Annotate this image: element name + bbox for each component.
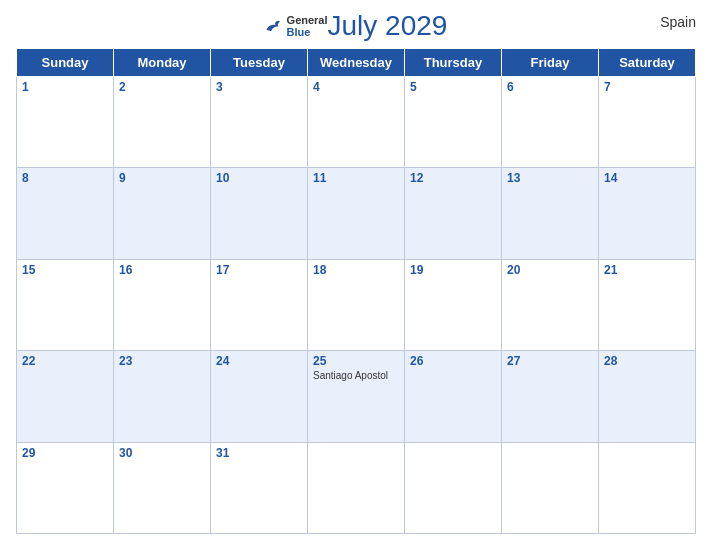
- day-number: 8: [22, 171, 108, 185]
- calendar-cell: [308, 442, 405, 533]
- event-label: Santiago Apostol: [313, 370, 399, 381]
- calendar-cell: 15: [17, 259, 114, 350]
- calendar-cell: 18: [308, 259, 405, 350]
- calendar-cell: [405, 442, 502, 533]
- calendar-cell: 26: [405, 351, 502, 442]
- calendar-cell: [502, 442, 599, 533]
- day-number: 11: [313, 171, 399, 185]
- logo-icon: [265, 19, 283, 33]
- calendar-container: General Blue July 2029 Spain SundayMonda…: [0, 0, 712, 550]
- weekday-header-tuesday: Tuesday: [211, 49, 308, 77]
- weekday-header-thursday: Thursday: [405, 49, 502, 77]
- country-label: Spain: [660, 14, 696, 30]
- calendar-cell: 1: [17, 77, 114, 168]
- calendar-cell: 2: [114, 77, 211, 168]
- calendar-cell: 6: [502, 77, 599, 168]
- day-number: 23: [119, 354, 205, 368]
- calendar-cell: 13: [502, 168, 599, 259]
- calendar-cell: 31: [211, 442, 308, 533]
- week-row: 1234567: [17, 77, 696, 168]
- calendar-title: July 2029: [328, 10, 448, 42]
- weekday-header-wednesday: Wednesday: [308, 49, 405, 77]
- day-number: 4: [313, 80, 399, 94]
- week-row: 15161718192021: [17, 259, 696, 350]
- day-number: 5: [410, 80, 496, 94]
- logo: General Blue: [265, 14, 328, 38]
- day-number: 10: [216, 171, 302, 185]
- week-row: 22232425Santiago Apostol262728: [17, 351, 696, 442]
- day-number: 15: [22, 263, 108, 277]
- calendar-cell: 19: [405, 259, 502, 350]
- day-number: 2: [119, 80, 205, 94]
- day-number: 16: [119, 263, 205, 277]
- day-number: 22: [22, 354, 108, 368]
- day-number: 9: [119, 171, 205, 185]
- day-number: 7: [604, 80, 690, 94]
- day-number: 29: [22, 446, 108, 460]
- weekday-header-row: SundayMondayTuesdayWednesdayThursdayFrid…: [17, 49, 696, 77]
- weekday-header-monday: Monday: [114, 49, 211, 77]
- calendar-table: SundayMondayTuesdayWednesdayThursdayFrid…: [16, 48, 696, 534]
- logo-text: General Blue: [287, 14, 328, 38]
- calendar-cell: 28: [599, 351, 696, 442]
- calendar-header: General Blue July 2029 Spain: [16, 10, 696, 42]
- calendar-cell: 8: [17, 168, 114, 259]
- calendar-cell: 24: [211, 351, 308, 442]
- day-number: 25: [313, 354, 399, 368]
- day-number: 17: [216, 263, 302, 277]
- calendar-cell: 9: [114, 168, 211, 259]
- calendar-cell: 14: [599, 168, 696, 259]
- calendar-cell: 30: [114, 442, 211, 533]
- calendar-cell: 21: [599, 259, 696, 350]
- day-number: 27: [507, 354, 593, 368]
- calendar-cell: 12: [405, 168, 502, 259]
- day-number: 21: [604, 263, 690, 277]
- weekday-header-friday: Friday: [502, 49, 599, 77]
- calendar-cell: 22: [17, 351, 114, 442]
- calendar-cell: 11: [308, 168, 405, 259]
- calendar-cell: 3: [211, 77, 308, 168]
- day-number: 1: [22, 80, 108, 94]
- calendar-cell: 5: [405, 77, 502, 168]
- calendar-cell: 20: [502, 259, 599, 350]
- day-number: 20: [507, 263, 593, 277]
- day-number: 26: [410, 354, 496, 368]
- calendar-cell: 25Santiago Apostol: [308, 351, 405, 442]
- calendar-cell: 23: [114, 351, 211, 442]
- calendar-cell: 17: [211, 259, 308, 350]
- day-number: 28: [604, 354, 690, 368]
- day-number: 24: [216, 354, 302, 368]
- calendar-cell: 7: [599, 77, 696, 168]
- day-number: 30: [119, 446, 205, 460]
- week-row: 293031: [17, 442, 696, 533]
- day-number: 18: [313, 263, 399, 277]
- day-number: 13: [507, 171, 593, 185]
- calendar-cell: 29: [17, 442, 114, 533]
- logo-general-text: General: [287, 14, 328, 26]
- calendar-cell: [599, 442, 696, 533]
- day-number: 14: [604, 171, 690, 185]
- weekday-header-saturday: Saturday: [599, 49, 696, 77]
- day-number: 12: [410, 171, 496, 185]
- day-number: 3: [216, 80, 302, 94]
- logo-blue-text: Blue: [287, 26, 328, 38]
- day-number: 6: [507, 80, 593, 94]
- calendar-cell: 10: [211, 168, 308, 259]
- weekday-header-sunday: Sunday: [17, 49, 114, 77]
- calendar-cell: 27: [502, 351, 599, 442]
- day-number: 31: [216, 446, 302, 460]
- day-number: 19: [410, 263, 496, 277]
- calendar-cell: 4: [308, 77, 405, 168]
- week-row: 891011121314: [17, 168, 696, 259]
- calendar-cell: 16: [114, 259, 211, 350]
